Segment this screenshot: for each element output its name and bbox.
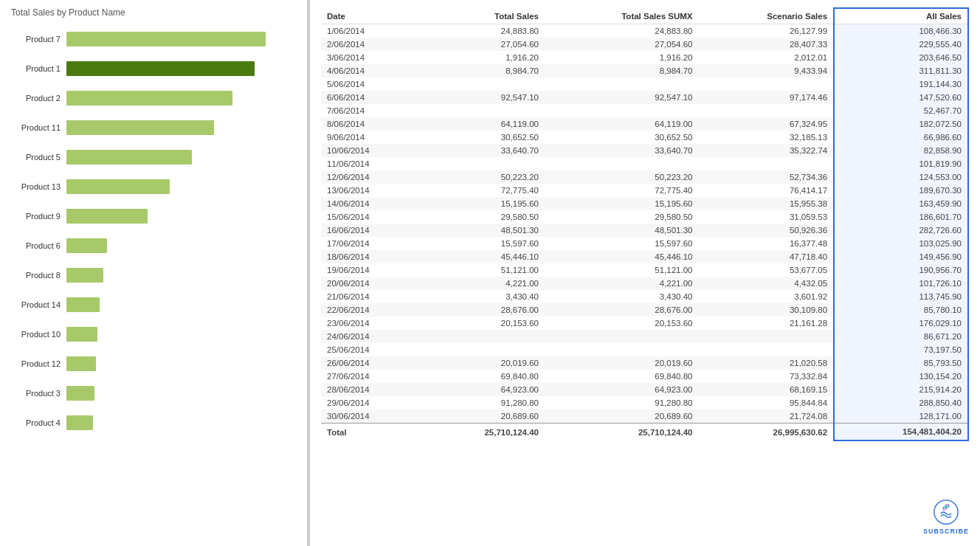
table-cell: 26,127.99 — [699, 24, 835, 38]
table-cell: 30,652.50 — [545, 131, 699, 144]
table-cell: 76,414.17 — [699, 184, 835, 197]
chart-row: Product 5 — [11, 143, 300, 171]
table-cell: 7/06/2014 — [321, 104, 422, 117]
table-row: 7/06/201452,467.70 — [321, 104, 968, 117]
chart-product-label: Product 4 — [11, 418, 66, 427]
table-row: 14/06/201415,195.6015,195.6015,955.38163… — [321, 197, 968, 210]
bar-container — [66, 207, 300, 225]
table-cell: 29/06/2014 — [321, 396, 422, 410]
chart-product-label: Product 1 — [11, 64, 66, 73]
table-cell: 95,844.84 — [699, 396, 835, 410]
table-cell: 92,547.10 — [545, 91, 699, 104]
table-cell: 24,883.80 — [545, 24, 699, 38]
bar — [66, 120, 214, 135]
table-cell — [545, 157, 699, 170]
table-cell: 64,923.00 — [545, 383, 699, 396]
data-table: DateTotal SalesTotal Sales SUMXScenario … — [321, 7, 969, 441]
table-cell: 124,553.00 — [834, 170, 968, 184]
table-row: 22/06/201428,676.0028,676.0030,109.8085,… — [321, 303, 968, 317]
table-cell: 1,916.20 — [422, 51, 545, 64]
table-row: 13/06/201472,775.4072,775.4076,414.17189… — [321, 184, 968, 197]
table-cell: 22/06/2014 — [321, 303, 422, 317]
table-cell: 16,377.48 — [699, 237, 835, 250]
bar — [66, 61, 255, 76]
table-row: 10/06/201433,640.7033,640.7035,322.7482,… — [321, 144, 968, 157]
chart-title: Total Sales by Product Name — [11, 7, 300, 18]
table-cell: 72,775.40 — [545, 184, 699, 197]
table-cell: 18/06/2014 — [321, 250, 422, 263]
table-cell: 9/06/2014 — [321, 131, 422, 144]
chart-product-label: Product 12 — [11, 359, 66, 368]
table-cell: 15/06/2014 — [321, 210, 422, 224]
table-cell — [545, 330, 699, 343]
table-cell: 35,322.74 — [699, 144, 835, 157]
table-cell: 20,019.60 — [422, 356, 545, 370]
bar — [66, 356, 96, 371]
table-cell: 215,914.20 — [834, 383, 968, 396]
table-cell: 229,555.40 — [834, 38, 968, 51]
table-cell: 3,601.92 — [699, 290, 835, 303]
table-cell: 4,432.05 — [699, 277, 835, 290]
table-cell: 176,029.10 — [834, 317, 968, 330]
table-cell: 2,012.01 — [699, 51, 835, 64]
bar — [66, 327, 97, 342]
chart-row: Product 10 — [11, 320, 300, 348]
table-cell: 69,840.80 — [545, 370, 699, 383]
table-row: 15/06/201429,580.5029,580.5031,059.53186… — [321, 210, 968, 224]
table-row: 2/06/201427,054.6027,054.6028,407.33229,… — [321, 38, 968, 51]
table-cell: 4,221.00 — [422, 277, 545, 290]
table-cell — [422, 157, 545, 170]
table-cell: 15,955.38 — [699, 197, 835, 210]
table-cell: 50,926.36 — [699, 224, 835, 237]
table-cell: 147,520.60 — [834, 91, 968, 104]
chart-row: Product 3 — [11, 379, 300, 407]
table-cell: 20,153.60 — [422, 317, 545, 330]
chart-row: Product 7 — [11, 25, 300, 53]
table-row: 11/06/2014101,819.90 — [321, 157, 968, 170]
bar-container — [66, 89, 300, 107]
table-cell: 20,689.60 — [422, 410, 545, 424]
chart-product-label: Product 2 — [11, 94, 66, 103]
table-footer-cell: 26,995,630.62 — [699, 424, 835, 441]
table-cell: 1,916.20 — [545, 51, 699, 64]
table-cell — [699, 343, 835, 356]
chart-row: Product 2 — [11, 84, 300, 112]
table-cell: 163,459.90 — [834, 197, 968, 210]
table-cell: 4,221.00 — [545, 277, 699, 290]
table-row: 26/06/201420,019.6020,019.6021,020.5885,… — [321, 356, 968, 370]
table-cell: 3,430.40 — [422, 290, 545, 303]
table-cell: 27,054.60 — [545, 38, 699, 51]
table-cell: 33,640.70 — [422, 144, 545, 157]
table-header-date: Date — [321, 8, 422, 24]
table-cell: 48,501.30 — [545, 224, 699, 237]
chart-product-label: Product 7 — [11, 35, 66, 44]
table-cell — [545, 343, 699, 356]
table-cell: 27,054.60 — [422, 38, 545, 51]
table-cell: 45,446.10 — [422, 250, 545, 263]
table-cell: 8,984.70 — [545, 64, 699, 77]
table-cell: 28,676.00 — [545, 303, 699, 317]
table-header-all-sales: All Sales — [834, 8, 968, 24]
table-cell: 86,671.20 — [834, 330, 968, 343]
table-row: 20/06/20144,221.004,221.004,432.05101,72… — [321, 277, 968, 290]
table-cell: 21/06/2014 — [321, 290, 422, 303]
chart-product-label: Product 6 — [11, 241, 66, 250]
table-row: 21/06/20143,430.403,430.403,601.92113,74… — [321, 290, 968, 303]
table-cell — [699, 77, 835, 91]
table-cell: 52,467.70 — [834, 104, 968, 117]
table-header-total-sales-sumx: Total Sales SUMX — [545, 8, 699, 24]
table-cell: 108,466.30 — [834, 24, 968, 38]
table-cell: 23/06/2014 — [321, 317, 422, 330]
table-cell: 203,646.50 — [834, 51, 968, 64]
table-cell: 51,121.00 — [422, 263, 545, 277]
bar-container — [66, 384, 300, 402]
table-cell: 50,223.20 — [422, 170, 545, 184]
table-cell: 12/06/2014 — [321, 170, 422, 184]
table-cell: 67,324.95 — [699, 117, 835, 131]
table-cell: 189,670.30 — [834, 184, 968, 197]
bar — [66, 91, 232, 106]
chart-panel: Total Sales by Product Name Product 7Pro… — [0, 0, 310, 546]
table-footer-cell: Total — [321, 424, 422, 441]
table-cell — [699, 330, 835, 343]
table-cell: 282,726.60 — [834, 224, 968, 237]
